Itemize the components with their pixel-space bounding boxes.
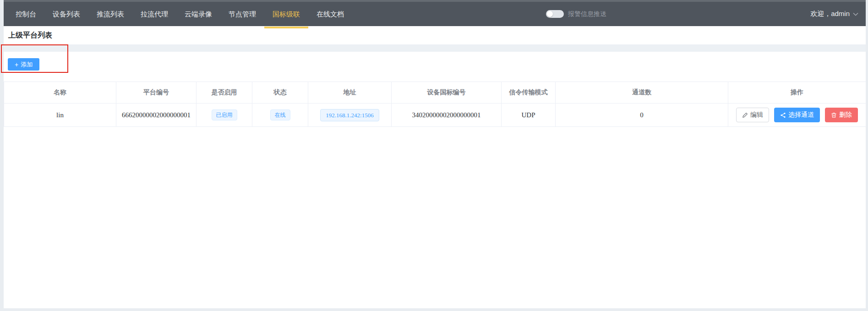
enabled-badge: 已启用 bbox=[212, 109, 237, 120]
plus-icon: + bbox=[15, 61, 18, 68]
nav-item-push-stream-list[interactable]: 推流列表 bbox=[88, 2, 132, 26]
page-title-strip: 上级平台列表 bbox=[4, 26, 866, 44]
edit-pencil-icon bbox=[742, 112, 748, 118]
app-window: 控制台 设备列表 推流列表 拉流代理 云端录像 节点管理 国标级联 在线文档 报… bbox=[4, 0, 866, 308]
table-header-row: 名称 平台编号 是否启用 状态 地址 设备国标编号 信令传输模式 通道数 操作 bbox=[4, 82, 866, 104]
header-signaling-mode: 信令传输模式 bbox=[502, 82, 556, 104]
address-tag[interactable]: 192.168.1.242:1506 bbox=[320, 109, 379, 121]
main-nav: 控制台 设备列表 推流列表 拉流代理 云端录像 节点管理 国标级联 在线文档 bbox=[4, 2, 352, 26]
cell-status: 在线 bbox=[252, 104, 308, 127]
user-menu[interactable]: 欢迎，admin bbox=[810, 2, 858, 26]
add-button-label: 添加 bbox=[21, 60, 33, 69]
delete-button[interactable]: 删除 bbox=[825, 108, 858, 122]
nav-item-gb-cascade[interactable]: 国标级联 bbox=[264, 2, 308, 26]
cell-platform-id: 66620000002000000001 bbox=[116, 104, 197, 127]
cell-name: lin bbox=[4, 104, 116, 127]
nav-item-node-management[interactable]: 节点管理 bbox=[220, 2, 264, 26]
header-address: 地址 bbox=[308, 82, 392, 104]
cell-channel-count: 0 bbox=[556, 104, 728, 127]
edit-button[interactable]: 编辑 bbox=[736, 108, 769, 122]
top-navigation-bar: 控制台 设备列表 推流列表 拉流代理 云端录像 节点管理 国标级联 在线文档 报… bbox=[4, 0, 866, 26]
table-row: lin 66620000002000000001 已启用 在线 192.168.… bbox=[4, 104, 866, 127]
add-button[interactable]: + 添加 bbox=[8, 58, 39, 71]
header-name: 名称 bbox=[4, 82, 116, 104]
select-channel-button[interactable]: 选择通道 bbox=[774, 108, 820, 122]
header-enabled: 是否启用 bbox=[197, 82, 252, 104]
select-channel-button-label: 选择通道 bbox=[788, 111, 814, 119]
trash-icon bbox=[831, 112, 837, 118]
share-branch-icon bbox=[780, 112, 786, 118]
nav-item-device-list[interactable]: 设备列表 bbox=[44, 2, 88, 26]
cell-address: 192.168.1.242:1506 bbox=[308, 104, 392, 127]
platform-table: 名称 平台编号 是否启用 状态 地址 设备国标编号 信令传输模式 通道数 操作 … bbox=[4, 82, 866, 127]
nav-item-pull-stream-proxy[interactable]: 拉流代理 bbox=[132, 2, 176, 26]
divider-strip bbox=[4, 44, 866, 52]
header-platform-id: 平台编号 bbox=[116, 82, 197, 104]
header-device-gb-id: 设备国标编号 bbox=[392, 82, 502, 104]
header-operations: 操作 bbox=[728, 82, 866, 104]
delete-button-label: 删除 bbox=[839, 111, 852, 119]
welcome-text: 欢迎，admin bbox=[810, 10, 850, 18]
alarm-push-group: 报警信息推送 bbox=[546, 2, 606, 26]
nav-item-console[interactable]: 控制台 bbox=[7, 2, 44, 26]
header-status: 状态 bbox=[252, 82, 308, 104]
alarm-push-toggle[interactable] bbox=[546, 10, 564, 18]
nav-item-online-docs[interactable]: 在线文档 bbox=[308, 2, 352, 26]
cell-device-gb-id: 34020000002000000001 bbox=[392, 104, 502, 127]
chevron-down-icon bbox=[853, 12, 858, 16]
row-actions: 编辑 选择通道 bbox=[728, 108, 866, 122]
header-channel-count: 通道数 bbox=[556, 82, 728, 104]
edit-button-label: 编辑 bbox=[750, 111, 763, 119]
page-title: 上级平台列表 bbox=[8, 31, 52, 40]
toolbar: + 添加 bbox=[4, 52, 866, 82]
nav-item-cloud-recording[interactable]: 云端录像 bbox=[176, 2, 220, 26]
cell-operations: 编辑 选择通道 bbox=[728, 104, 866, 127]
toggle-knob bbox=[547, 11, 553, 17]
status-badge: 在线 bbox=[270, 109, 290, 120]
cell-signaling-mode: UDP bbox=[502, 104, 556, 127]
cell-enabled: 已启用 bbox=[197, 104, 252, 127]
alarm-push-label: 报警信息推送 bbox=[568, 10, 606, 18]
content-area: + 添加 名称 平台编号 是否启用 状态 地址 设备国标编号 信令传输模式 bbox=[4, 52, 866, 308]
